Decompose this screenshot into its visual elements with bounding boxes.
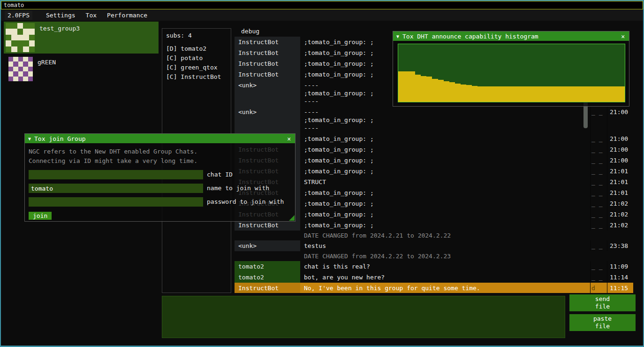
composer-input[interactable] [162, 296, 565, 338]
message-text: ;tomato_in_group: ; [300, 155, 590, 166]
histogram-bar [546, 86, 551, 102]
message-flags: _ _ [590, 133, 607, 144]
message-author: InstructBot [235, 283, 300, 293]
message-text: ;tomato_in_group: ; [300, 144, 590, 155]
message-time: 21:01 [607, 187, 633, 198]
histogram-bar [517, 86, 523, 102]
group-item-gREEN[interactable]: gREEN [4, 55, 159, 83]
histogram-bar [500, 86, 506, 102]
chat-message-row[interactable]: tomato2chat is this real?_ _11:09 [235, 261, 633, 272]
histogram-plot [398, 44, 625, 102]
histogram-bar [494, 86, 500, 102]
message-flags: _ _ [590, 240, 607, 251]
message-flags: _ _ [590, 155, 607, 166]
histogram-bar [477, 86, 483, 102]
message-text: ;tomato_in_group: ; [300, 133, 590, 144]
paste-file-button[interactable]: paste file [569, 314, 636, 331]
join-description-line: Connecting via ID might take a very long… [29, 156, 291, 166]
histogram-bar [529, 86, 534, 102]
histogram-bar [455, 84, 461, 102]
roster-item[interactable]: [C] potato [165, 54, 228, 63]
histogram-bar [597, 86, 602, 102]
join-field-row: chat ID [29, 170, 291, 179]
message-time: 21:00 [607, 133, 633, 144]
subs-count: subs: 4 [166, 32, 228, 39]
histogram-bar [585, 86, 591, 102]
message-text: ----;tomato_in_group: ;---- [300, 107, 590, 133]
date-changed-row: DATE CHANGED from 2024.2.21 to 2024.2.22 [235, 231, 633, 240]
roster-item[interactable]: [D] tomato2 [165, 44, 228, 54]
join-field-row: name to join with [29, 184, 291, 193]
histogram-bar [466, 85, 472, 102]
tab-debug[interactable]: debug [241, 28, 259, 35]
join-description-line: NGC refers to the New DHT enabled Group … [29, 147, 291, 156]
roster-item[interactable]: [C] InstructBot [165, 72, 228, 82]
message-author: InstructBot [235, 37, 300, 47]
join-name-input[interactable] [29, 184, 203, 193]
histogram-bar [608, 86, 614, 102]
chat-id-label: chat ID [207, 170, 233, 179]
message-time: 21:00 [607, 155, 633, 166]
message-time: 21:01 [607, 177, 633, 187]
message-time: 21:01 [607, 166, 633, 177]
histogram-bar [483, 86, 489, 102]
histogram-bar [591, 86, 597, 102]
join-password-label: password to join with [207, 197, 284, 207]
message-time: 21:02 [607, 220, 633, 231]
message-author: InstructBot [235, 69, 300, 80]
histogram-window-titlebar[interactable]: ▼ Tox DHT announce capability histogram … [393, 31, 629, 41]
menu-item-performance[interactable]: Performance [102, 11, 152, 20]
message-text: chat is this real? [300, 261, 590, 272]
message-flags: _ _ [590, 187, 607, 198]
chat-message-row[interactable]: tomato2bot, are you new here?_ _11:14 [235, 272, 633, 283]
histogram-bar [444, 81, 449, 102]
message-text: bot, are you new here? [300, 272, 590, 283]
close-icon[interactable]: ✕ [286, 135, 292, 142]
join-group-window: ▼ Tox join Group ✕ NGC refers to the New… [24, 133, 295, 222]
chat-id-input[interactable] [29, 170, 203, 179]
message-text: ;tomato_in_group: ; [300, 209, 590, 220]
histogram-bar [409, 71, 415, 102]
titlebar[interactable]: tomato [1, 1, 643, 9]
histogram-bar [512, 86, 517, 102]
histogram-bar [421, 76, 426, 102]
resize-grip[interactable] [289, 215, 295, 221]
collapse-arrow-icon[interactable]: ▼ [396, 34, 399, 39]
histogram-bar [557, 86, 562, 102]
message-author: InstructBot [235, 47, 300, 58]
histogram-bar [580, 86, 585, 102]
message-flags: _ _ [590, 209, 607, 220]
join-window-titlebar[interactable]: ▼ Tox join Group ✕ [25, 134, 295, 143]
join-button[interactable]: join [29, 212, 52, 220]
histogram-bar [398, 71, 404, 102]
message-author: tomato2 [235, 261, 300, 272]
message-time: 21:02 [607, 209, 633, 220]
message-time: 21:00 [607, 144, 633, 155]
group-name: test_group3 [39, 25, 80, 32]
send-file-button[interactable]: send file [569, 294, 636, 311]
chat-message-row[interactable]: <unk>testus_ _23:38 [235, 240, 633, 251]
message-text: No, I've been in this group for quite so… [300, 283, 590, 293]
histogram-bar [426, 77, 432, 102]
message-text: STRUCT [300, 177, 590, 187]
menu-item-settings[interactable]: Settings [41, 11, 81, 20]
join-field-row: password to join with [29, 197, 291, 207]
menu-item-tox[interactable]: Tox [81, 11, 102, 20]
message-flags: _ _ [590, 144, 607, 155]
message-text: ;tomato_in_group: ; [300, 220, 590, 231]
message-author: <unk> [235, 240, 300, 251]
chat-message-row[interactable]: InstructBotNo, I've been in this group f… [235, 283, 633, 293]
histogram-bar [551, 86, 557, 102]
roster-item[interactable]: [C] green_qtox [165, 63, 228, 72]
collapse-arrow-icon[interactable]: ▼ [28, 136, 31, 141]
close-icon[interactable]: ✕ [620, 33, 626, 40]
histogram-bar [602, 86, 608, 102]
message-time: 23:38 [607, 240, 633, 251]
histogram-bar [415, 75, 421, 102]
group-avatar [6, 23, 35, 52]
chat-message-row[interactable]: <unk>----;tomato_in_group: ;----_ _21:00 [235, 107, 633, 133]
join-password-input[interactable] [29, 197, 203, 207]
histogram-bar [614, 86, 619, 102]
group-item-test_group3[interactable]: test_group3 [4, 22, 159, 54]
message-text: ;tomato_in_group: ; [300, 187, 590, 198]
